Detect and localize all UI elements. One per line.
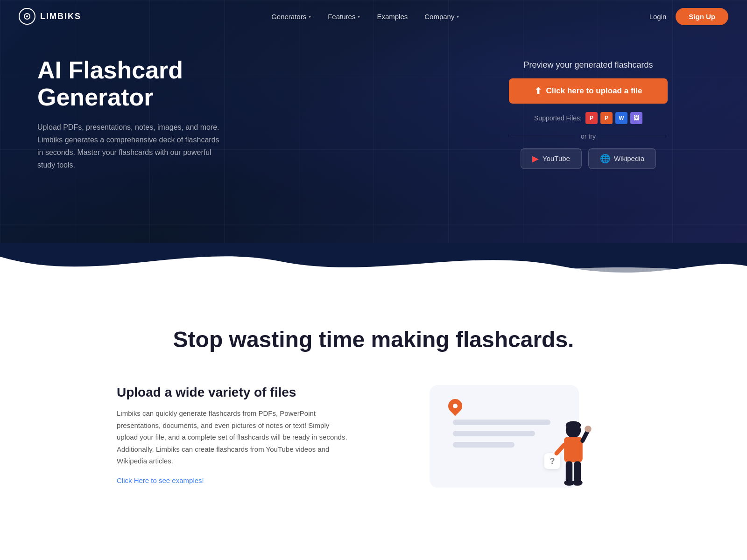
- logo[interactable]: LIMBIKS: [19, 8, 81, 25]
- svg-point-1: [26, 15, 28, 17]
- youtube-button[interactable]: ▶ YouTube: [521, 148, 582, 169]
- upload-button[interactable]: ⬆ Click here to upload a file: [509, 78, 668, 104]
- nav-actions: Login Sign Up: [649, 8, 728, 25]
- hero-description: Upload PDFs, presentations, notes, image…: [37, 121, 224, 172]
- feature1-title: Upload a wide variety of files: [117, 385, 350, 400]
- bottom-heading: Stop wasting time making flashcards.: [37, 327, 710, 352]
- hero-section: AI Flashcard Generator Upload PDFs, pres…: [0, 0, 747, 243]
- chevron-down-icon: ▾: [358, 14, 360, 19]
- alt-buttons: ▶ YouTube 🌐 Wikipedia: [521, 148, 656, 169]
- illustration-card: ?: [430, 385, 579, 488]
- svg-point-10: [572, 480, 583, 486]
- divider-right: [601, 136, 668, 136]
- signup-button[interactable]: Sign Up: [676, 8, 728, 25]
- svg-rect-4: [564, 437, 583, 462]
- wikipedia-button[interactable]: 🌐 Wikipedia: [588, 148, 656, 169]
- nav-item-features[interactable]: Features ▾: [328, 13, 360, 21]
- features-text: Upload a wide variety of files Limbiks c…: [117, 385, 350, 485]
- chevron-down-icon: ▾: [457, 14, 459, 19]
- features-illustration: ?: [378, 385, 630, 488]
- divider-left: [509, 136, 575, 136]
- login-link[interactable]: Login: [649, 13, 667, 21]
- card-line-1: [453, 420, 550, 425]
- features-row: Upload a wide variety of files Limbiks c…: [117, 385, 630, 488]
- doc-icon: W: [615, 112, 627, 124]
- nav-item-examples[interactable]: Examples: [377, 13, 408, 21]
- wave-section: [0, 243, 747, 289]
- logo-text: LIMBIKS: [40, 12, 81, 21]
- pdf-icon: P: [585, 112, 598, 124]
- youtube-icon: ▶: [532, 154, 539, 164]
- wikipedia-icon: 🌐: [600, 154, 610, 164]
- feature1-description: Limbiks can quickly generate flashcards …: [117, 407, 350, 467]
- nav-item-generators[interactable]: Generators ▾: [271, 13, 311, 21]
- bottom-section: Stop wasting time making flashcards. Upl…: [0, 289, 747, 516]
- pin-icon: [445, 396, 465, 416]
- nav-item-company[interactable]: Company ▾: [424, 13, 459, 21]
- hero-title: AI Flashcard Generator: [37, 57, 280, 110]
- preview-title: Preview your generated flashcards: [523, 60, 653, 70]
- navbar: LIMBIKS Generators ▾ Features ▾ Examples…: [0, 0, 747, 33]
- supported-files: Supported Files: P P W 🖼: [534, 112, 642, 124]
- examples-link[interactable]: Click Here to see examples!: [117, 476, 204, 484]
- person-illustration: [537, 418, 593, 502]
- hero-right: Preview your generated flashcards ⬆ Clic…: [467, 60, 710, 169]
- svg-point-3: [566, 421, 581, 429]
- chevron-down-icon: ▾: [309, 14, 311, 19]
- svg-rect-8: [574, 462, 581, 483]
- logo-icon: [19, 8, 35, 25]
- hero-left: AI Flashcard Generator Upload PDFs, pres…: [37, 57, 280, 171]
- card-line-2: [453, 431, 535, 436]
- nav-links: Generators ▾ Features ▾ Examples Company…: [271, 13, 459, 21]
- img-icon: 🖼: [630, 112, 642, 124]
- divider-row: or try: [509, 133, 668, 140]
- svg-line-6: [557, 445, 564, 454]
- supported-label: Supported Files:: [534, 114, 582, 122]
- upload-icon: ⬆: [535, 86, 542, 96]
- svg-point-11: [585, 426, 591, 432]
- ppt-icon: P: [600, 112, 613, 124]
- svg-rect-7: [566, 462, 572, 483]
- file-icons: P P W 🖼: [585, 112, 642, 124]
- card-line-3: [453, 442, 514, 448]
- or-try-label: or try: [581, 133, 596, 140]
